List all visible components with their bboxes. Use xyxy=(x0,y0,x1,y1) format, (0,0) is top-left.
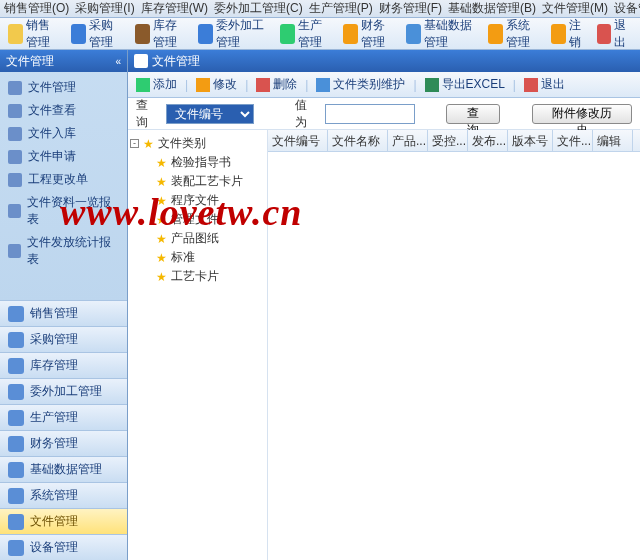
toolbar-label: 系统管理 xyxy=(506,17,542,51)
module-bar[interactable]: 设备管理 xyxy=(0,534,127,560)
module-bar[interactable]: 系统管理 xyxy=(0,482,127,508)
toolbar-button[interactable]: 库存管理 xyxy=(131,15,192,53)
toolbar-label: 销售管理 xyxy=(26,17,62,51)
sidebar-item[interactable]: 工程更改单 xyxy=(0,168,127,191)
data-grid: 文件编号文件名称产品...受控...发布...版本号文件...编辑 xyxy=(268,130,640,560)
content-title: 文件管理 xyxy=(152,53,200,70)
window-icon xyxy=(134,54,148,68)
action-icon xyxy=(256,78,270,92)
module-bar[interactable]: 委外加工管理 xyxy=(0,378,127,404)
action-icon xyxy=(524,78,538,92)
module-icon xyxy=(8,384,24,400)
sidebar-title: 文件管理 xyxy=(6,53,54,70)
document-icon xyxy=(8,127,22,141)
toolbar-button[interactable]: 系统管理 xyxy=(484,15,545,53)
toolbar-icon xyxy=(597,24,612,44)
action-button[interactable]: 添加 xyxy=(132,75,181,94)
module-bar[interactable]: 生产管理 xyxy=(0,404,127,430)
content-toolbar: 添加|修改|删除|文件类别维护|导出EXCEL|退出 xyxy=(128,72,640,98)
grid-column-header[interactable]: 文件名称 xyxy=(328,130,388,151)
sidebar-item[interactable]: 文件入库 xyxy=(0,122,127,145)
sidebar-item[interactable]: 文件管理 xyxy=(0,76,127,99)
toolbar-button[interactable]: 财务管理 xyxy=(339,15,400,53)
value-label: 值为 xyxy=(295,97,319,131)
history-button[interactable]: 附件修改历史 xyxy=(532,104,633,124)
tree-node[interactable]: ★装配工艺卡片 xyxy=(130,172,265,191)
toolbar-icon xyxy=(280,24,295,44)
sidebar-item[interactable]: 文件发放统计报表 xyxy=(0,231,127,271)
grid-column-header[interactable]: 版本号 xyxy=(508,130,553,151)
sidebar-item[interactable]: 文件查看 xyxy=(0,99,127,122)
star-icon: ★ xyxy=(156,213,167,227)
toolbar-button[interactable]: 生产管理 xyxy=(276,15,337,53)
query-value-input[interactable] xyxy=(325,104,415,124)
search-bar: 查询 文件编号 值为 查询 附件修改历史 xyxy=(128,98,640,130)
query-button[interactable]: 查询 xyxy=(446,104,500,124)
module-bar[interactable]: 基础数据管理 xyxy=(0,456,127,482)
module-bar[interactable]: 财务管理 xyxy=(0,430,127,456)
toolbar-icon xyxy=(198,24,213,44)
document-icon xyxy=(8,204,21,218)
star-icon: ★ xyxy=(143,137,154,151)
collapse-icon[interactable]: « xyxy=(115,56,121,67)
action-button[interactable]: 文件类别维护 xyxy=(312,75,409,94)
tree-node[interactable]: ★程序文件 xyxy=(130,191,265,210)
sidebar-items: 文件管理文件查看文件入库文件申请工程更改单文件资料一览报表文件发放统计报表 xyxy=(0,72,127,300)
document-icon xyxy=(8,81,22,95)
grid-column-header[interactable]: 发布... xyxy=(468,130,508,151)
tree-node[interactable]: ★工艺卡片 xyxy=(130,267,265,286)
grid-column-header[interactable]: 受控... xyxy=(428,130,468,151)
module-bar[interactable]: 采购管理 xyxy=(0,326,127,352)
grid-column-header[interactable]: 编辑 xyxy=(593,130,633,151)
collapse-icon[interactable]: - xyxy=(130,139,139,148)
toolbar-label: 注销 xyxy=(569,17,587,51)
sidebar: 文件管理 « 文件管理文件查看文件入库文件申请工程更改单文件资料一览报表文件发放… xyxy=(0,50,128,560)
module-icon xyxy=(8,436,24,452)
grid-column-header[interactable]: 产品... xyxy=(388,130,428,151)
module-icon xyxy=(8,306,24,322)
toolbar-label: 退出 xyxy=(614,17,632,51)
sidebar-item[interactable]: 文件资料一览报表 xyxy=(0,191,127,231)
module-bar[interactable]: 销售管理 xyxy=(0,300,127,326)
sidebar-header: 文件管理 « xyxy=(0,50,127,72)
action-button[interactable]: 删除 xyxy=(252,75,301,94)
content-header: 文件管理 xyxy=(128,50,640,72)
toolbar-icon xyxy=(135,24,150,44)
document-icon xyxy=(8,173,22,187)
toolbar-label: 采购管理 xyxy=(89,17,125,51)
toolbar-button[interactable]: 退出 xyxy=(593,15,636,53)
tree-node[interactable]: ★标准 xyxy=(130,248,265,267)
query-field-select[interactable]: 文件编号 xyxy=(166,104,254,124)
toolbar-label: 基础数据管理 xyxy=(424,17,478,51)
tree-root[interactable]: -★文件类别 xyxy=(130,134,265,153)
grid-column-header[interactable]: 文件编号 xyxy=(268,130,328,151)
action-button[interactable]: 导出EXCEL xyxy=(421,75,509,94)
main-toolbar: 销售管理采购管理库存管理委外加工管理生产管理财务管理基础数据管理系统管理注销退出 xyxy=(0,18,640,50)
action-button[interactable]: 修改 xyxy=(192,75,241,94)
module-bar[interactable]: 文件管理 xyxy=(0,508,127,534)
toolbar-button[interactable]: 基础数据管理 xyxy=(402,15,481,53)
toolbar-button[interactable]: 采购管理 xyxy=(67,15,128,53)
sidebar-item[interactable]: 文件申请 xyxy=(0,145,127,168)
toolbar-button[interactable]: 销售管理 xyxy=(4,15,65,53)
module-icon xyxy=(8,332,24,348)
document-icon xyxy=(8,150,22,164)
tree-node[interactable]: ★管理文件 xyxy=(130,210,265,229)
toolbar-icon xyxy=(8,24,23,44)
document-icon xyxy=(8,104,22,118)
tree-node[interactable]: ★产品图纸 xyxy=(130,229,265,248)
toolbar-button[interactable]: 注销 xyxy=(547,15,590,53)
content-panel: 文件管理 添加|修改|删除|文件类别维护|导出EXCEL|退出 查询 文件编号 … xyxy=(128,50,640,560)
grid-column-header[interactable]: 文件... xyxy=(553,130,593,151)
star-icon: ★ xyxy=(156,194,167,208)
star-icon: ★ xyxy=(156,232,167,246)
action-button[interactable]: 退出 xyxy=(520,75,569,94)
toolbar-label: 库存管理 xyxy=(153,17,189,51)
module-bar[interactable]: 库存管理 xyxy=(0,352,127,378)
toolbar-button[interactable]: 委外加工管理 xyxy=(194,15,273,53)
tree-node[interactable]: ★检验指导书 xyxy=(130,153,265,172)
toolbar-label: 生产管理 xyxy=(298,17,334,51)
action-icon xyxy=(316,78,330,92)
toolbar-icon xyxy=(488,24,503,44)
module-icon xyxy=(8,514,24,530)
